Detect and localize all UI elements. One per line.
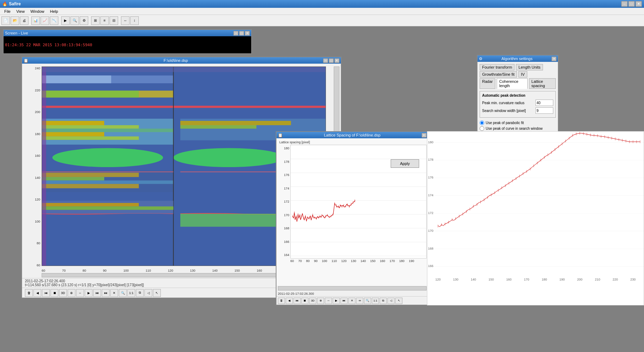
- svg-rect-22: [180, 125, 257, 129]
- lat-tb-copy[interactable]: ⧉: [380, 298, 387, 304]
- menu-help[interactable]: Help: [47, 9, 61, 14]
- svg-text:168: 168: [428, 247, 433, 250]
- screen-live-min[interactable]: ─: [233, 31, 238, 36]
- svg-rect-16: [42, 173, 139, 177]
- lat-tb-crosshair[interactable]: ⊕: [317, 298, 324, 304]
- dsp-tb-crosshair[interactable]: ⊕: [68, 289, 75, 297]
- apply-button[interactable]: Apply: [391, 159, 419, 168]
- lattice-close-btn[interactable]: ✕: [422, 133, 427, 138]
- algo-close-btn[interactable]: ✕: [551, 57, 556, 61]
- app-close-btn[interactable]: ✕: [635, 1, 642, 7]
- lat-tb-back[interactable]: ◁: [387, 298, 395, 304]
- lat-tb-pointer[interactable]: ↖: [395, 298, 402, 304]
- tb-new[interactable]: 📄: [1, 16, 10, 25]
- algo-tab-fourier[interactable]: Fourier transform: [480, 64, 514, 70]
- menu-file[interactable]: File: [1, 9, 14, 14]
- tb-chart1[interactable]: 📊: [31, 16, 40, 25]
- screen-live-close[interactable]: ✕: [245, 31, 250, 36]
- lat-tb-delete[interactable]: 🗑: [278, 298, 285, 304]
- dsp-tb-stop[interactable]: ⏹: [51, 289, 58, 297]
- tb-play[interactable]: ▶: [61, 16, 70, 25]
- dsp-tb-1to1[interactable]: 1:1: [127, 289, 135, 297]
- dsp-tb-prev[interactable]: ◀: [33, 289, 41, 297]
- algo-curvature-input[interactable]: [535, 100, 553, 106]
- dsp-tb-3d[interactable]: 3D: [59, 289, 67, 297]
- tb-zoom[interactable]: 🔍: [70, 16, 79, 25]
- algo-radio-search-input[interactable]: [480, 126, 484, 131]
- dsp-tb-zoom1[interactable]: 🔍: [119, 289, 127, 297]
- lat-tb-cursor1[interactable]: ↔: [325, 298, 332, 304]
- algo-tab-coherence[interactable]: Coherence length: [497, 78, 528, 89]
- lat-tb-prev2[interactable]: ⏮: [294, 298, 301, 304]
- tb-settings[interactable]: ⚙: [80, 16, 88, 25]
- lat-tb-1to1[interactable]: 1:1: [372, 298, 379, 304]
- dsp-close[interactable]: ✕: [334, 58, 339, 63]
- svg-point-13: [173, 148, 284, 167]
- algo-tab-iv[interactable]: IV: [518, 71, 527, 78]
- algo-tab-length-units[interactable]: Length Units: [516, 64, 543, 70]
- lattice-window: 📋 Lattice Spacing of F:\old\line.dsp ✕ L…: [276, 131, 429, 305]
- svg-text:170: 170: [524, 278, 529, 281]
- lattice-x-axis: 60708090100110120130140150160170180190: [278, 258, 427, 263]
- algo-search-input[interactable]: [535, 107, 553, 114]
- tb-extra5[interactable]: ↕: [130, 16, 139, 25]
- tb-open[interactable]: 📂: [11, 16, 19, 25]
- lat-tb-hcursor[interactable]: ⇔: [356, 298, 363, 304]
- tb-chart3[interactable]: 📉: [50, 16, 58, 25]
- dsp-tb-delete[interactable]: 🗑: [25, 289, 33, 297]
- algo-peak-section: Automatic peak detection Peak min. curva…: [480, 91, 556, 118]
- algo-tab-growthrate[interactable]: Growthrate/Sine fit: [480, 71, 517, 78]
- dsp-tb-pointer[interactable]: ↖: [153, 289, 161, 297]
- svg-rect-7: [42, 121, 104, 125]
- svg-rect-25: [42, 203, 139, 207]
- svg-rect-11: [42, 137, 139, 140]
- dsp-tb-cursor2[interactable]: ▶: [85, 289, 93, 297]
- lattice-hscrollbar[interactable]: [278, 286, 427, 290]
- lat-tb-prev[interactable]: ◀: [286, 298, 293, 304]
- menu-view[interactable]: View: [14, 9, 28, 14]
- lattice-y-axis: 180178176174172170168166164: [278, 145, 290, 258]
- app-minimize-btn[interactable]: ─: [621, 1, 628, 7]
- menu-window[interactable]: Window: [27, 9, 47, 14]
- svg-rect-8: [42, 125, 139, 129]
- svg-rect-5: [42, 106, 326, 108]
- dsp-max[interactable]: □: [329, 58, 334, 63]
- svg-rect-17: [42, 177, 104, 181]
- dsp-tb-prev2[interactable]: ⏮: [42, 289, 50, 297]
- lattice-toolbar: 🗑 ◀ ⏮ ⏹ 3D ⊕ ↔ ▶ ⏭ ✕ ⇔ 🔍 1:1 ⧉ ◁ ↖: [276, 296, 428, 305]
- algo-radio-parabolic-input[interactable]: [480, 121, 484, 125]
- lat-tb-3d[interactable]: 3D: [309, 298, 316, 304]
- dsp-tb-cursor4[interactable]: ⏭: [102, 289, 110, 297]
- screen-live-max[interactable]: □: [239, 31, 244, 36]
- tb-print[interactable]: 🖨: [20, 16, 28, 25]
- tb-extra4[interactable]: ↔: [121, 16, 130, 25]
- lat-tb-cursor2[interactable]: ▶: [333, 298, 340, 304]
- algo-tab-lattice-spacing[interactable]: Lattice spacing: [529, 78, 556, 89]
- algo-settings-panel: ⚙ Algorithm settings ✕ Fourier transform…: [477, 55, 559, 135]
- dsp-title: F:\old\line.dsp: [164, 58, 188, 63]
- lat-tb-cross[interactable]: ✕: [348, 298, 355, 304]
- tb-extra1[interactable]: ⊞: [91, 16, 100, 25]
- algo-row-search: Search window width [pixel]: [482, 107, 553, 114]
- dsp-tb-cursor3[interactable]: ⏭: [93, 289, 101, 297]
- dsp-icon: 📋: [23, 58, 28, 63]
- app-icon: 🔥: [2, 1, 7, 6]
- dsp-tb-cursor5[interactable]: ✕: [110, 289, 118, 297]
- lat-tb-next[interactable]: ⏭: [341, 298, 348, 304]
- svg-rect-75: [427, 132, 644, 284]
- lat-tb-zoom[interactable]: 🔍: [364, 298, 371, 304]
- algo-search-label: Search window width [pixel]: [482, 109, 526, 113]
- lattice-chart-plot: Apply: [290, 145, 427, 258]
- dsp-tb-extra1[interactable]: ◁: [144, 289, 152, 297]
- algo-tab-radar[interactable]: Radar: [480, 78, 495, 89]
- dsp-tb-cursor1[interactable]: ↔: [76, 289, 84, 297]
- dsp-tb-copy[interactable]: ⧉: [136, 289, 144, 297]
- lat-tb-stop[interactable]: ⏹: [301, 298, 308, 304]
- app-maximize-btn[interactable]: □: [628, 1, 635, 7]
- tb-chart2[interactable]: 📈: [41, 16, 49, 25]
- dsp-min[interactable]: ─: [323, 58, 328, 63]
- tb-extra3[interactable]: ⊟: [110, 16, 118, 25]
- tb-extra2[interactable]: ≡: [100, 16, 109, 25]
- menubar: File View Window Help: [0, 8, 644, 15]
- svg-rect-19: [42, 184, 139, 188]
